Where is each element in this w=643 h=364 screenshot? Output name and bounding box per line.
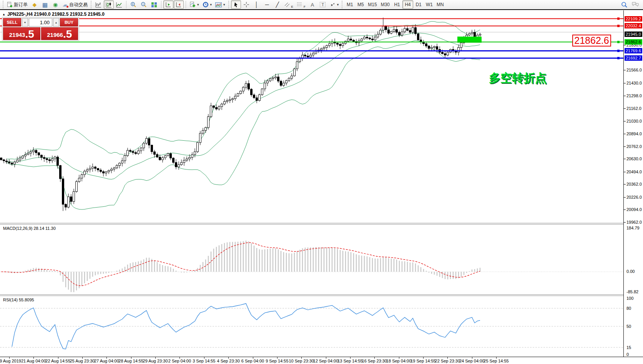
rsi-axis-label: 80 [626,306,631,311]
price-tick-label: 20226.0 [626,195,642,199]
chart-shift-icon [176,2,182,8]
tab-timeframe-MN[interactable]: MN [435,0,446,9]
template-button[interactable]: ▾ [214,0,227,9]
macd-panel[interactable] [0,224,623,294]
volume-down-button[interactable]: ▼ [22,18,28,27]
bar-chart-icon [95,2,101,8]
bar-chart-button[interactable] [93,0,103,9]
signal-button[interactable]: ◉ [50,0,60,9]
time-axis-label: 4 Sep 23:30 [217,359,239,363]
time-axis-label: 29 Aug 23:30 [143,359,168,363]
candles[interactable] [0,18,481,211]
profile-button[interactable]: ◆ [30,0,40,9]
profile-diamond-icon: ◆ [33,2,37,7]
autotrade-button[interactable]: ☁ 自动交易 [61,0,89,9]
main-price-chart[interactable] [0,10,623,223]
price-tick-label: 20494.0 [626,170,642,174]
volume-up-button[interactable]: ▲ [53,18,59,27]
horizontal-line-object[interactable] [0,25,623,27]
horizontal-line-object[interactable] [0,50,623,52]
tile-windows-button[interactable] [149,0,159,9]
tab-timeframe-W1[interactable]: W1 [424,0,435,9]
zoom-in-button[interactable] [128,0,138,9]
price-tick-label: 20362.0 [626,182,642,186]
macd-axis-label: 184.79 [626,226,640,230]
price-tick-label: 20630.0 [626,156,642,161]
time-axis-label: 21 Aug 04:00 [21,359,46,363]
bollinger-bands[interactable] [7,22,480,209]
line-chart-icon [116,2,122,8]
toolbar-drag-handle[interactable] [342,1,343,8]
horizontal-line-object[interactable] [0,18,623,20]
auto-scroll-button[interactable] [163,0,173,9]
arrows-tool-button[interactable]: ▾ [328,0,341,9]
search-icon[interactable] [621,2,628,8]
sell-price-button[interactable]: 21943.5 [3,27,40,40]
time-axis-label: 3 Sep 14:55 [193,359,215,363]
toolbar-drag-handle[interactable] [228,1,229,8]
tab-timeframe-M1[interactable]: M1 [344,0,355,9]
new-order-button[interactable]: 新订单 [5,0,29,9]
crosshair-tool-button[interactable] [241,0,251,9]
chat-icon[interactable] [631,2,639,8]
tab-timeframe-M30[interactable]: M30 [379,0,392,9]
rsi-panel[interactable] [0,296,623,357]
line-chart-button[interactable] [114,0,124,9]
buy-price-button[interactable]: 21966.5 [41,27,78,40]
price-tick-mark [624,45,626,45]
tab-timeframe-M5[interactable]: M5 [355,0,366,9]
zoom-out-button[interactable] [139,0,149,9]
turning-point-annotation[interactable]: 多空转折点 [489,70,547,86]
toolbar-drag-handle[interactable] [3,1,4,8]
time-axis-label: 18 Sep 04:00 [386,359,411,363]
rsi-axis-label: 100 [626,296,633,301]
buy-price-int: 21966 [47,31,63,39]
tab-timeframe-M15[interactable]: M15 [366,0,379,9]
time-axis[interactable]: 19 Aug 201921 Aug 04:0022 Aug 14:5525 Au… [0,357,643,364]
price-callout-box[interactable]: 21862.6 [572,35,611,47]
cursor-tool-button[interactable] [231,0,241,9]
market-watch-button[interactable]: ▦ [40,0,50,9]
horizontal-line-tool-button[interactable]: ─ [262,0,272,9]
clock-icon [203,2,209,8]
time-axis-label: 12 Sep 04:00 [313,359,338,363]
one-click-trade-panel: SELL ▼ 1.00 ▲ BUY 21943.5 21966.5 [2,17,79,41]
volume-input[interactable]: 1.00 [29,18,52,27]
tab-timeframe-D1[interactable]: D1 [413,0,424,9]
vertical-line-icon: │ [255,2,258,7]
auto-scroll-icon [165,2,171,8]
collapse-arrow-icon[interactable]: ▲ [2,13,5,16]
horizontal-line-object[interactable] [0,57,623,59]
text-tool-button[interactable]: A [307,0,317,9]
buy-button[interactable]: BUY [60,18,78,27]
price-axis[interactable]: 21830.021566.021430.021298.021162.021030… [623,10,643,357]
rsi-axis-label: 15 [626,345,631,350]
trendline-tool-button[interactable]: ╱ [272,0,282,9]
candlestick-chart-button[interactable] [104,0,114,9]
price-line-label: 21945.0 [625,32,642,37]
periods-button[interactable]: ▾ [201,0,214,9]
label-tool-button[interactable]: T [318,0,328,9]
indicators-button[interactable]: ▾ [188,0,201,9]
toolbar-drag-handle[interactable] [91,1,92,8]
fibonacci-tool-button[interactable]: F [295,0,307,9]
price-tick-mark [624,146,626,147]
price-tick-label: 21030.0 [626,119,642,123]
cursor-icon [233,2,239,8]
sell-button[interactable]: SELL [3,18,21,27]
price-tick-label: 21162.0 [626,106,641,111]
tab-timeframe-H1[interactable]: H1 [392,0,402,9]
zoom-out-icon [141,2,147,8]
price-tick-mark [624,121,626,121]
price-tick-mark [624,108,626,109]
price-tick-mark [624,96,626,96]
chart-window[interactable]: 19 Aug 201921 Aug 04:0022 Aug 14:5525 Au… [0,10,643,364]
tab-timeframe-H4[interactable]: H4 [402,0,413,9]
price-tick-mark [624,197,626,198]
channel-tool-button[interactable]: E [283,0,295,9]
chart-shift-button[interactable] [174,0,184,9]
vertical-line-tool-button[interactable]: │ [252,0,262,9]
time-axis-label: 16 Sep 23:30 [362,359,387,363]
time-axis-label: 2 Sep 04:00 [168,359,191,363]
horizontal-line-object[interactable] [0,41,623,43]
